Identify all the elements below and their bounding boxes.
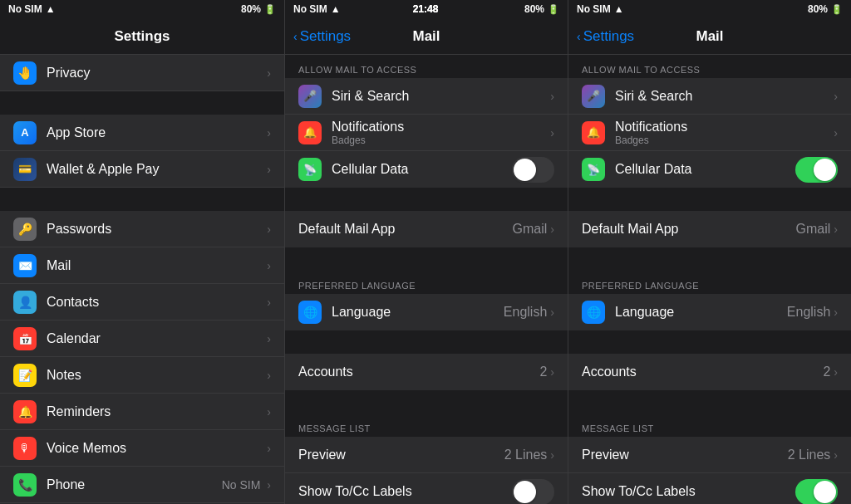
cellular-item-right[interactable]: 📡 Cellular Data bbox=[568, 151, 851, 188]
section-header-2-mid: PREFERRED LANGUAGE bbox=[285, 271, 568, 294]
preview-item-mid[interactable]: Preview 2 Lines › bbox=[285, 437, 568, 473]
settings-item-contacts[interactable]: 👤 Contacts › bbox=[0, 284, 284, 321]
accounts-item-mid[interactable]: Accounts 2 › bbox=[285, 354, 568, 390]
section-header-3-right: MESSAGE LIST bbox=[568, 413, 851, 437]
status-right-right: 80% 🔋 bbox=[808, 3, 843, 15]
default-mail-value-right: Gmail bbox=[796, 222, 831, 237]
language-label-mid: Language bbox=[332, 305, 504, 320]
siri-icon-mid: 🎤 bbox=[298, 85, 322, 108]
language-item-mid[interactable]: 🌐 Language English › bbox=[285, 294, 568, 330]
status-bar-left: No SIM ▲ 21:48 80% 🔋 bbox=[0, 0, 284, 18]
cellular-icon-right: 📡 bbox=[582, 158, 605, 181]
status-right: 80% 🔋 bbox=[241, 3, 276, 15]
chevron-icon: › bbox=[834, 365, 838, 379]
chevron-icon: › bbox=[834, 223, 838, 236]
msglist-group-right: MESSAGE LIST Preview 2 Lines › Show To/C… bbox=[568, 413, 851, 504]
siri-label-right: Siri & Search bbox=[615, 89, 834, 104]
default-mail-item-right[interactable]: Default Mail App Gmail › bbox=[568, 211, 851, 247]
appstore-icon: A bbox=[13, 121, 37, 144]
mail-title-right: Mail bbox=[696, 28, 723, 45]
allow-access-group-right: ALLOW MAIL TO ACCESS 🎤 Siri & Search › 🔔 bbox=[568, 55, 851, 188]
reminders-icon: 🔔 bbox=[13, 400, 37, 423]
notifications-label-mid: Notifications bbox=[332, 120, 550, 135]
accounts-label-mid: Accounts bbox=[298, 365, 539, 379]
battery-label-right: 80% bbox=[808, 3, 828, 15]
settings-item-mail[interactable]: ✉️ Mail › bbox=[0, 247, 284, 284]
gap1-right bbox=[568, 188, 851, 211]
wifi-icon-mid: ▲ bbox=[331, 3, 341, 15]
accounts-label-right: Accounts bbox=[582, 365, 823, 379]
default-mail-group-mid: Default Mail App Gmail › bbox=[285, 211, 568, 247]
status-bar-right: No SIM ▲ 21:48 80% 🔋 bbox=[568, 0, 851, 18]
settings-title: Settings bbox=[114, 28, 170, 45]
settings-item-passwords[interactable]: 🔑 Passwords › bbox=[0, 211, 284, 247]
cellular-toggle-mid[interactable] bbox=[512, 157, 554, 183]
cellular-toggle-right[interactable] bbox=[795, 157, 838, 183]
preview-label-right: Preview bbox=[582, 448, 788, 462]
chevron-icon: › bbox=[267, 259, 271, 272]
settings-item-notes[interactable]: 📝 Notes › bbox=[0, 357, 284, 394]
showtocc-label-right: Show To/Cc Labels bbox=[582, 484, 795, 499]
gap2-mid bbox=[285, 247, 568, 271]
language-value-mid: English bbox=[504, 305, 547, 320]
chevron-icon: › bbox=[267, 369, 271, 382]
siri-icon-right: 🎤 bbox=[582, 85, 605, 108]
back-chevron-right: ‹ bbox=[577, 30, 581, 43]
showtocc-toggle-right[interactable] bbox=[795, 479, 838, 505]
mail-title-mid: Mail bbox=[412, 28, 440, 45]
siri-label-mid: Siri & Search bbox=[332, 89, 550, 104]
mail-panel-right: No SIM ▲ 21:48 80% 🔋 ‹ Settings Mail ALL… bbox=[568, 0, 851, 504]
preview-item-right[interactable]: Preview 2 Lines › bbox=[568, 437, 851, 473]
settings-item-phone[interactable]: 📞 Phone No SIM › bbox=[0, 467, 284, 503]
gap4-right bbox=[568, 390, 851, 413]
settings-list: 🤚 Privacy › A App Store › 💳 bbox=[0, 55, 284, 504]
battery-icon-right: 🔋 bbox=[831, 4, 843, 15]
settings-item-wallet[interactable]: 💳 Wallet & Apple Pay › bbox=[0, 151, 284, 188]
siri-item-mid[interactable]: 🎤 Siri & Search › bbox=[285, 78, 568, 115]
chevron-icon: › bbox=[267, 223, 271, 236]
language-group-right: PREFERRED LANGUAGE 🌐 Language English › bbox=[568, 271, 851, 330]
siri-item-right[interactable]: 🎤 Siri & Search › bbox=[568, 78, 851, 115]
mail-content-right: ALLOW MAIL TO ACCESS 🎤 Siri & Search › 🔔 bbox=[568, 55, 851, 504]
chevron-icon: › bbox=[267, 163, 271, 176]
showtocc-toggle-mid[interactable] bbox=[512, 479, 554, 505]
phone-icon: 📞 bbox=[13, 473, 37, 497]
accounts-item-right[interactable]: Accounts 2 › bbox=[568, 354, 851, 390]
back-button-mid[interactable]: ‹ Settings bbox=[293, 28, 351, 45]
battery-icon: 🔋 bbox=[264, 4, 276, 15]
status-left-right: No SIM ▲ bbox=[577, 3, 624, 15]
settings-item-voicememos[interactable]: 🎙 Voice Memos › bbox=[0, 430, 284, 467]
mail-panel-mid: No SIM ▲ 21:48 80% 🔋 ‹ Settings Mail ALL… bbox=[284, 0, 568, 504]
notifications-sublabel-mid: Badges bbox=[332, 135, 550, 146]
language-item-right[interactable]: 🌐 Language English › bbox=[568, 294, 851, 330]
back-button-right[interactable]: ‹ Settings bbox=[577, 28, 634, 45]
passwords-label: Passwords bbox=[47, 222, 267, 237]
chevron-icon: › bbox=[834, 306, 838, 319]
nosim-badge: No SIM bbox=[222, 478, 261, 492]
back-chevron-mid: ‹ bbox=[293, 30, 298, 43]
notifications-item-mid[interactable]: 🔔 Notifications Badges › bbox=[285, 115, 568, 151]
preview-value-right: 2 Lines bbox=[788, 448, 831, 462]
default-mail-label-mid: Default Mail App bbox=[298, 222, 513, 237]
cellular-item-mid[interactable]: 📡 Cellular Data bbox=[285, 151, 568, 188]
calendar-label: Calendar bbox=[47, 331, 267, 346]
accounts-group-right: Accounts 2 › bbox=[568, 354, 851, 390]
cellular-icon-mid: 📡 bbox=[298, 158, 322, 181]
showtocc-item-mid[interactable]: Show To/Cc Labels bbox=[285, 473, 568, 504]
cellular-label-right: Cellular Data bbox=[615, 162, 795, 177]
notifications-item-right[interactable]: 🔔 Notifications Badges › bbox=[568, 115, 851, 151]
cellular-label-mid: Cellular Data bbox=[332, 162, 512, 177]
chevron-icon: › bbox=[267, 126, 271, 139]
settings-item-calendar[interactable]: 📅 Calendar › bbox=[0, 321, 284, 357]
voicememos-label: Voice Memos bbox=[47, 441, 267, 456]
status-left: No SIM ▲ bbox=[8, 3, 56, 15]
group-gap bbox=[0, 91, 284, 115]
language-group-mid: PREFERRED LANGUAGE 🌐 Language English › bbox=[285, 271, 568, 330]
settings-item-appstore[interactable]: A App Store › bbox=[0, 115, 284, 151]
chevron-icon: › bbox=[834, 126, 838, 139]
default-mail-item-mid[interactable]: Default Mail App Gmail › bbox=[285, 211, 568, 247]
showtocc-item-right[interactable]: Show To/Cc Labels bbox=[568, 473, 851, 504]
showtocc-label-mid: Show To/Cc Labels bbox=[298, 484, 512, 499]
settings-item-reminders[interactable]: 🔔 Reminders › bbox=[0, 394, 284, 430]
settings-item-privacy[interactable]: 🤚 Privacy › bbox=[0, 55, 284, 91]
